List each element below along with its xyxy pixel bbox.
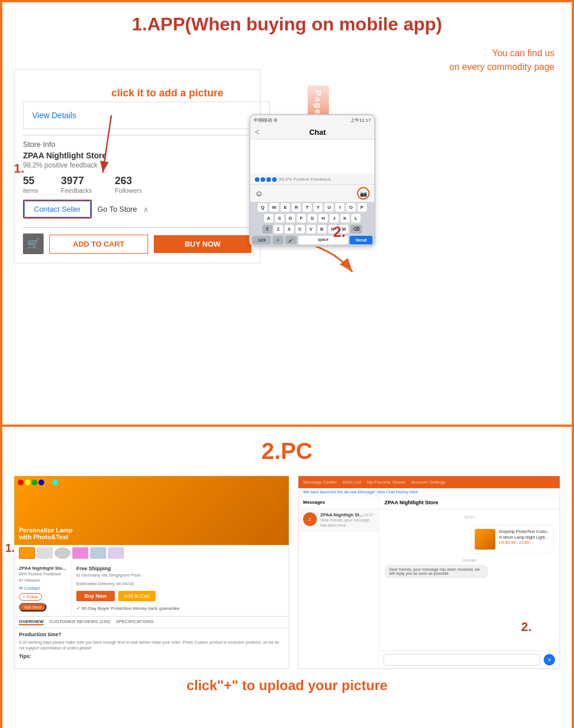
key-shift[interactable]: ⇧ bbox=[262, 225, 272, 233]
pc-message-item[interactable]: Z ZPAA Nightligh St... 16:07 Dear friend… bbox=[298, 509, 378, 532]
key-123[interactable]: 123 bbox=[252, 236, 271, 244]
key-w[interactable]: W bbox=[269, 203, 280, 212]
pc-notification-bar: We have launched the all-new Message! Vi… bbox=[298, 488, 560, 496]
pc-bottom-caption: click"+" to upload your picture bbox=[14, 678, 560, 694]
contact-seller-button[interactable]: Contact Seller bbox=[24, 201, 91, 217]
tab-wish-list[interactable]: Wish List bbox=[343, 478, 361, 486]
key-x[interactable]: X bbox=[285, 225, 294, 233]
emoji-icon[interactable]: ☺ bbox=[255, 189, 263, 198]
pc-store-feedback: 96% Positive Feedback bbox=[19, 572, 67, 576]
pc-msg-time: 16:07 bbox=[363, 513, 374, 517]
items-count: 55 bbox=[23, 175, 38, 187]
pc-overview-title: Production time? bbox=[19, 632, 284, 637]
key-y[interactable]: Y bbox=[313, 203, 323, 212]
pc-reply-bubble: Dear friends, your message has been rece… bbox=[385, 565, 554, 578]
go-to-store-button[interactable]: Go To Store bbox=[98, 205, 137, 213]
dot-4 bbox=[272, 177, 277, 182]
tab-account-settings[interactable]: Account Settings bbox=[411, 478, 445, 486]
key-u[interactable]: U bbox=[324, 203, 333, 212]
key-e[interactable]: E bbox=[281, 203, 290, 212]
phone-chat-title: Chat bbox=[265, 128, 370, 137]
pc-store-sidebar: ZPAA Nightlight Sto... 96% Positive Feed… bbox=[14, 561, 72, 616]
pc-overview-text: 5-10 working days,please make sure you h… bbox=[19, 640, 284, 651]
annotation-arrow-svg bbox=[100, 115, 146, 184]
thumb-1[interactable] bbox=[19, 547, 35, 559]
buy-now-button[interactable]: BUY NOW bbox=[154, 235, 251, 253]
pc-visit-store-button[interactable]: Visit Store bbox=[19, 603, 46, 612]
find-us-text: You can find us on every commodity page bbox=[272, 46, 554, 74]
pc-tips: Tips: bbox=[19, 653, 284, 659]
pc-buy-now-button[interactable]: Buy Now bbox=[76, 591, 115, 601]
tab-overview[interactable]: OVERVIEW bbox=[19, 619, 44, 625]
key-i[interactable]: I bbox=[335, 203, 344, 212]
phone-back-button[interactable]: < bbox=[255, 127, 259, 137]
thumb-5[interactable] bbox=[90, 547, 106, 559]
pc-store-followers: 47 followers bbox=[19, 578, 67, 582]
pc-chat-input[interactable] bbox=[383, 654, 540, 665]
key-s[interactable]: S bbox=[275, 214, 284, 223]
pc-product-image: Personalize Lampwith Photo&Text bbox=[14, 476, 289, 545]
tab-reviews[interactable]: CUSTOMER REVIEWS (230) bbox=[49, 619, 110, 625]
pc-chat-header: ZPAA Nightlight Store bbox=[379, 496, 560, 509]
key-k[interactable]: K bbox=[340, 214, 350, 223]
pc-follow-button[interactable]: + Follow bbox=[19, 593, 42, 601]
phone-chat-area bbox=[250, 139, 374, 174]
key-j[interactable]: J bbox=[329, 214, 339, 223]
tab-specs[interactable]: SPECIFICATIONS bbox=[116, 619, 154, 625]
app-step-2-label: 2. bbox=[333, 223, 346, 241]
pc-section-title: 2.PC bbox=[14, 438, 560, 464]
key-mic[interactable]: 🎤 bbox=[285, 236, 297, 244]
pc-bubble-image bbox=[475, 529, 495, 550]
key-f[interactable]: F bbox=[297, 214, 306, 223]
key-g[interactable]: G bbox=[308, 214, 317, 223]
pc-bubble-price: US $5.98 - 23.85 bbox=[499, 540, 550, 544]
key-z[interactable]: Z bbox=[274, 225, 283, 233]
annotation-text: click it to add a picture bbox=[111, 87, 223, 100]
app-content-row: View Details Store Info ZPAA Nightlight … bbox=[14, 46, 560, 283]
pc-store-avatar: Z bbox=[303, 512, 317, 526]
pc-chat-messages: 16:07 Dropship Photo/Text Custo... m Moo… bbox=[379, 509, 560, 651]
key-r[interactable]: R bbox=[292, 203, 301, 212]
key-t[interactable]: T bbox=[302, 203, 312, 212]
pc-contact-link[interactable]: ✉ Contact bbox=[19, 586, 67, 591]
pc-add-to-cart-button[interactable]: Add to Cart bbox=[118, 591, 156, 601]
thumb-6[interactable] bbox=[108, 547, 124, 559]
view-details-link[interactable]: View Details bbox=[23, 102, 270, 129]
key-emoji[interactable]: ☺ bbox=[273, 236, 283, 244]
find-us-line2: on every commodity page bbox=[449, 62, 554, 72]
tab-favorite-stores[interactable]: My Favorite Stores bbox=[367, 478, 405, 486]
key-b[interactable]: B bbox=[317, 225, 327, 233]
tab-message-center[interactable]: Message Center bbox=[303, 478, 337, 486]
pc-delivery: Estimated Delivery on 04/16 bbox=[76, 581, 284, 586]
pc-buyer-protection: ✓ 60-Day Buyer Protection Money back gua… bbox=[76, 606, 284, 611]
thumb-4[interactable] bbox=[72, 547, 88, 559]
thumb-3[interactable] bbox=[55, 547, 71, 559]
key-p[interactable]: P bbox=[358, 203, 367, 212]
pc-thumbnails bbox=[14, 545, 289, 561]
pc-product-message-bubble: Dropship Photo/Text Custo... m Moon Lamp… bbox=[385, 525, 554, 554]
phone-feedback-row: 98.0% Positive Feedback bbox=[250, 174, 374, 184]
pc-product-tabs: OVERVIEW CUSTOMER REVIEWS (230) SPECIFIC… bbox=[14, 616, 289, 628]
key-send[interactable]: Send bbox=[350, 236, 373, 244]
key-h[interactable]: H bbox=[319, 214, 328, 223]
key-c[interactable]: C bbox=[296, 225, 305, 233]
key-q[interactable]: Q bbox=[258, 203, 267, 212]
key-a[interactable]: A bbox=[264, 214, 273, 223]
cart-icon: 🛒 bbox=[23, 233, 44, 254]
section-pc: 2.PC 1. Personalize Lampwith Photo&Te bbox=[2, 427, 572, 728]
key-o[interactable]: O bbox=[346, 203, 355, 212]
pc-bubble-content: Dropship Photo/Text Custo... m Moon Lamp… bbox=[471, 525, 554, 554]
phone-status-bar: 中国移动 令 上午11:17 bbox=[250, 115, 374, 125]
key-delete[interactable]: ⌫ bbox=[350, 225, 362, 233]
pc-chat-time: 16:07 bbox=[385, 515, 554, 519]
thumb-2[interactable] bbox=[37, 547, 53, 559]
pc-send-button[interactable]: > bbox=[544, 654, 555, 665]
add-to-cart-button[interactable]: ADD TO CART bbox=[49, 235, 148, 254]
color-swatches bbox=[18, 480, 58, 485]
key-d[interactable]: D bbox=[286, 214, 295, 223]
camera-icon[interactable]: 📷 bbox=[357, 187, 370, 200]
store-actions: Contact Seller Go To Store ∧ bbox=[23, 200, 251, 219]
key-v[interactable]: V bbox=[307, 225, 316, 233]
key-l[interactable]: L bbox=[351, 214, 360, 223]
keyboard-row-4: 123 ☺ 🎤 space Send bbox=[250, 235, 374, 246]
